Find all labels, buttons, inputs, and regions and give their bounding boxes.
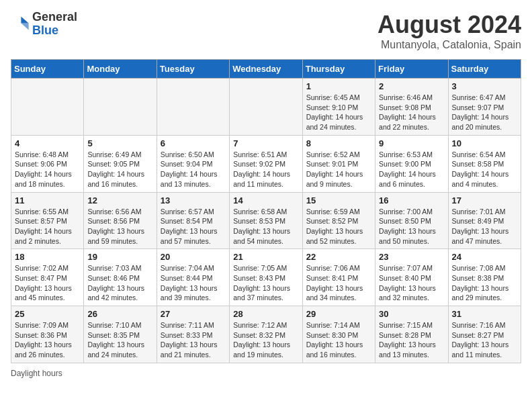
day-info: Sunrise: 7:11 AM Sunset: 8:33 PM Dayligh… (161, 320, 226, 360)
day-number: 13 (161, 195, 226, 205)
day-info: Sunrise: 7:07 AM Sunset: 8:40 PM Dayligh… (379, 263, 444, 303)
day-info: Sunrise: 7:12 AM Sunset: 8:32 PM Dayligh… (233, 320, 298, 360)
day-number: 14 (233, 195, 298, 205)
day-number: 12 (87, 195, 152, 205)
svg-marker-0 (21, 17, 28, 24)
calendar-cell: 12Sunrise: 6:56 AM Sunset: 8:56 PM Dayli… (84, 192, 157, 249)
day-info: Sunrise: 7:09 AM Sunset: 8:36 PM Dayligh… (15, 320, 80, 360)
calendar-cell: 2Sunrise: 6:46 AM Sunset: 9:08 PM Daylig… (375, 79, 448, 136)
day-number: 18 (15, 252, 80, 262)
day-info: Sunrise: 7:15 AM Sunset: 8:28 PM Dayligh… (379, 320, 444, 360)
day-info: Sunrise: 6:52 AM Sunset: 9:01 PM Dayligh… (306, 150, 371, 189)
day-number: 26 (87, 309, 152, 319)
weekday-header-row: SundayMondayTuesdayWednesdayThursdayFrid… (11, 60, 521, 79)
day-number: 21 (233, 252, 298, 262)
day-number: 7 (233, 138, 298, 148)
calendar-week-row: 25Sunrise: 7:09 AM Sunset: 8:36 PM Dayli… (11, 306, 521, 363)
calendar-cell: 5Sunrise: 6:49 AM Sunset: 9:05 PM Daylig… (84, 135, 157, 192)
day-number: 5 (87, 138, 152, 148)
calendar-cell: 14Sunrise: 6:58 AM Sunset: 8:53 PM Dayli… (230, 192, 302, 249)
day-info: Sunrise: 7:14 AM Sunset: 8:30 PM Dayligh… (306, 320, 371, 360)
calendar-cell: 11Sunrise: 6:55 AM Sunset: 8:57 PM Dayli… (11, 192, 84, 249)
day-info: Sunrise: 6:48 AM Sunset: 9:06 PM Dayligh… (15, 150, 80, 189)
calendar-cell: 6Sunrise: 6:50 AM Sunset: 9:04 PM Daylig… (157, 135, 229, 192)
day-info: Sunrise: 7:03 AM Sunset: 8:46 PM Dayligh… (87, 263, 152, 303)
day-info: Sunrise: 7:08 AM Sunset: 8:38 PM Dayligh… (452, 263, 517, 303)
day-info: Sunrise: 7:10 AM Sunset: 8:35 PM Dayligh… (87, 320, 152, 360)
day-number: 8 (306, 138, 371, 148)
day-number: 27 (161, 309, 226, 319)
logo-icon (11, 15, 30, 34)
day-number: 17 (452, 195, 517, 205)
day-number: 1 (306, 81, 371, 91)
calendar-cell: 25Sunrise: 7:09 AM Sunset: 8:36 PM Dayli… (11, 306, 84, 363)
day-info: Sunrise: 6:57 AM Sunset: 8:54 PM Dayligh… (161, 207, 226, 246)
day-number: 4 (15, 138, 80, 148)
day-info: Sunrise: 7:06 AM Sunset: 8:41 PM Dayligh… (306, 263, 371, 303)
weekday-header-friday: Friday (375, 60, 448, 79)
day-info: Sunrise: 6:46 AM Sunset: 9:08 PM Dayligh… (379, 93, 444, 132)
svg-marker-1 (21, 23, 28, 30)
weekday-header-wednesday: Wednesday (230, 60, 302, 79)
day-number: 9 (379, 138, 444, 148)
calendar-cell: 4Sunrise: 6:48 AM Sunset: 9:06 PM Daylig… (11, 135, 84, 192)
calendar-header: SundayMondayTuesdayWednesdayThursdayFrid… (11, 60, 521, 79)
logo-general-text: General (32, 11, 77, 24)
day-info: Sunrise: 6:56 AM Sunset: 8:56 PM Dayligh… (87, 207, 152, 246)
title-block: August 2024 Muntanyola, Catalonia, Spain (378, 11, 521, 51)
day-number: 31 (452, 309, 517, 319)
day-info: Sunrise: 6:47 AM Sunset: 9:07 PM Dayligh… (452, 93, 517, 132)
day-number: 25 (15, 309, 80, 319)
weekday-header-tuesday: Tuesday (157, 60, 229, 79)
calendar-cell (157, 79, 229, 136)
page-header: General Blue August 2024 Muntanyola, Cat… (11, 11, 521, 51)
calendar-cell (84, 79, 157, 136)
calendar-cell: 28Sunrise: 7:12 AM Sunset: 8:32 PM Dayli… (230, 306, 302, 363)
calendar-cell: 15Sunrise: 6:59 AM Sunset: 8:52 PM Dayli… (302, 192, 375, 249)
calendar-cell: 27Sunrise: 7:11 AM Sunset: 8:33 PM Dayli… (157, 306, 229, 363)
calendar-cell: 24Sunrise: 7:08 AM Sunset: 8:38 PM Dayli… (448, 249, 521, 306)
weekday-header-thursday: Thursday (302, 60, 375, 79)
calendar-table: SundayMondayTuesdayWednesdayThursdayFrid… (11, 59, 521, 363)
calendar-cell: 7Sunrise: 6:51 AM Sunset: 9:02 PM Daylig… (230, 135, 302, 192)
calendar-cell: 3Sunrise: 6:47 AM Sunset: 9:07 PM Daylig… (448, 79, 521, 136)
logo-blue-text: Blue (32, 24, 77, 38)
calendar-cell: 18Sunrise: 7:02 AM Sunset: 8:47 PM Dayli… (11, 249, 84, 306)
day-number: 30 (379, 309, 444, 319)
calendar-cell: 9Sunrise: 6:53 AM Sunset: 9:00 PM Daylig… (375, 135, 448, 192)
day-info: Sunrise: 6:50 AM Sunset: 9:04 PM Dayligh… (161, 150, 226, 189)
calendar-cell (11, 79, 84, 136)
day-info: Sunrise: 7:01 AM Sunset: 8:49 PM Dayligh… (452, 207, 517, 246)
day-info: Sunrise: 6:45 AM Sunset: 9:10 PM Dayligh… (306, 93, 371, 132)
weekday-header-monday: Monday (84, 60, 157, 79)
day-info: Sunrise: 7:16 AM Sunset: 8:27 PM Dayligh… (452, 320, 517, 360)
calendar-week-row: 18Sunrise: 7:02 AM Sunset: 8:47 PM Dayli… (11, 249, 521, 306)
day-number: 15 (306, 195, 371, 205)
calendar-cell: 10Sunrise: 6:54 AM Sunset: 8:58 PM Dayli… (448, 135, 521, 192)
day-info: Sunrise: 6:49 AM Sunset: 9:05 PM Dayligh… (87, 150, 152, 189)
calendar-cell: 16Sunrise: 7:00 AM Sunset: 8:50 PM Dayli… (375, 192, 448, 249)
calendar-cell (230, 79, 302, 136)
day-number: 22 (306, 252, 371, 262)
day-info: Sunrise: 6:53 AM Sunset: 9:00 PM Dayligh… (379, 150, 444, 189)
day-number: 19 (87, 252, 152, 262)
calendar-cell: 23Sunrise: 7:07 AM Sunset: 8:40 PM Dayli… (375, 249, 448, 306)
day-number: 29 (306, 309, 371, 319)
day-info: Sunrise: 7:04 AM Sunset: 8:44 PM Dayligh… (161, 263, 226, 303)
day-number: 6 (161, 138, 226, 148)
day-number: 2 (379, 81, 444, 91)
day-info: Sunrise: 7:00 AM Sunset: 8:50 PM Dayligh… (379, 207, 444, 246)
calendar-cell: 8Sunrise: 6:52 AM Sunset: 9:01 PM Daylig… (302, 135, 375, 192)
day-info: Sunrise: 6:55 AM Sunset: 8:57 PM Dayligh… (15, 207, 80, 246)
main-title: August 2024 (378, 11, 521, 39)
day-info: Sunrise: 6:58 AM Sunset: 8:53 PM Dayligh… (233, 207, 298, 246)
calendar-cell: 20Sunrise: 7:04 AM Sunset: 8:44 PM Dayli… (157, 249, 229, 306)
day-number: 11 (15, 195, 80, 205)
calendar-week-row: 1Sunrise: 6:45 AM Sunset: 9:10 PM Daylig… (11, 79, 521, 136)
day-info: Sunrise: 7:02 AM Sunset: 8:47 PM Dayligh… (15, 263, 80, 303)
day-number: 3 (452, 81, 517, 91)
day-info: Sunrise: 7:05 AM Sunset: 8:43 PM Dayligh… (233, 263, 298, 303)
calendar-cell: 21Sunrise: 7:05 AM Sunset: 8:43 PM Dayli… (230, 249, 302, 306)
calendar-week-row: 4Sunrise: 6:48 AM Sunset: 9:06 PM Daylig… (11, 135, 521, 192)
day-number: 28 (233, 309, 298, 319)
